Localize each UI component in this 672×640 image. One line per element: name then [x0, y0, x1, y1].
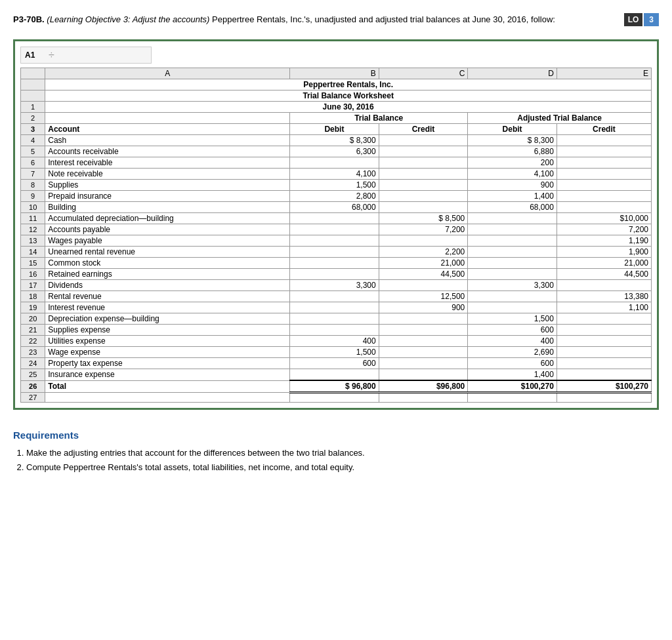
formula-divider: ÷	[49, 49, 54, 61]
value-cell-c: 900	[379, 302, 468, 313]
col-b-header: B	[290, 68, 379, 79]
account-cell: Accounts payable	[45, 224, 290, 235]
account-cell: Dividends	[45, 280, 290, 291]
value-cell-e	[556, 358, 651, 369]
problem-description: Peppertree Rentals, Inc.'s, unadjusted a…	[212, 14, 555, 24]
table-row: 24Property tax expense600600	[21, 358, 652, 369]
lo-number: 3	[644, 13, 659, 26]
table-row: 27	[21, 393, 652, 403]
value-cell-e: 1,900	[556, 247, 651, 258]
col-d-header: D	[468, 68, 557, 79]
title-row-2: Trial Balance Worksheet	[21, 90, 652, 102]
table-row: 17Dividends3,3003,300	[21, 280, 652, 291]
value-cell-e: 7,200	[556, 224, 651, 235]
value-cell-e	[556, 157, 651, 169]
account-cell: Rental revenue	[45, 291, 290, 302]
formula-bar: A1 ÷	[20, 47, 152, 64]
account-cell: Unearned rental revenue	[45, 247, 290, 258]
account-cell: Supplies expense	[45, 325, 290, 336]
table-row: 25Insurance expense1,400	[21, 369, 652, 381]
account-header: Account	[45, 124, 290, 135]
value-cell-b	[290, 157, 379, 169]
account-cell: Utilities expense	[45, 336, 290, 347]
value-cell-c: 21,000	[379, 258, 468, 269]
value-cell-d	[468, 269, 557, 280]
value-cell-b: 600	[290, 358, 379, 369]
value-cell-e	[556, 146, 651, 157]
value-cell-d: 4,100	[468, 169, 557, 180]
value-cell-d: 1,400	[468, 369, 557, 381]
corner-header	[21, 68, 45, 79]
value-cell-c: $ 8,500	[379, 213, 468, 224]
title-row-3: 1 June 30, 2016	[21, 102, 652, 113]
value-cell-d: 400	[468, 336, 557, 347]
table-row: 12Accounts payable7,2007,200	[21, 224, 652, 235]
table-row: 13Wages payable1,190	[21, 235, 652, 247]
value-cell-c: $96,800	[379, 380, 468, 393]
cell-reference[interactable]: A1	[25, 50, 45, 60]
requirements-section: Requirements Make the adjusting entries …	[13, 430, 659, 475]
value-cell-e	[556, 313, 651, 325]
title-line-2: Trial Balance Worksheet	[45, 90, 652, 102]
table-row: 5Accounts receivable6,3006,880	[21, 146, 652, 157]
value-cell-c	[379, 336, 468, 347]
table-row: 19Interest revenue9001,100	[21, 302, 652, 313]
value-cell-d: 3,300	[468, 280, 557, 291]
value-cell-c	[379, 202, 468, 213]
value-cell-e: 44,500	[556, 269, 651, 280]
value-cell-b: $ 96,800	[290, 380, 379, 393]
table-row: 15Common stock21,00021,000	[21, 258, 652, 269]
sub-header-row: 3 Account Debit Credit Debit Credit	[21, 124, 652, 135]
value-cell-b	[290, 247, 379, 258]
value-cell-d: 1,400	[468, 191, 557, 202]
value-cell-d: 68,000	[468, 202, 557, 213]
col-e-header: E	[556, 68, 651, 79]
account-cell: Interest revenue	[45, 302, 290, 313]
debit-header: Debit	[290, 124, 379, 135]
table-row: 21Supplies expense600	[21, 325, 652, 336]
value-cell-b	[290, 369, 379, 381]
value-cell-b: 68,000	[290, 202, 379, 213]
account-cell: Insurance expense	[45, 369, 290, 381]
value-cell-c: 12,500	[379, 291, 468, 302]
account-cell: Total	[45, 380, 290, 393]
value-cell-b: 400	[290, 336, 379, 347]
value-cell-c	[379, 157, 468, 169]
account-cell: Cash	[45, 135, 290, 146]
account-cell: Common stock	[45, 258, 290, 269]
table-row: 16Retained earnings44,50044,500	[21, 269, 652, 280]
value-cell-b	[290, 313, 379, 325]
adj-debit-header: Debit	[468, 124, 557, 135]
account-cell: Supplies	[45, 180, 290, 191]
account-cell: Wages payable	[45, 235, 290, 247]
value-cell-b: 1,500	[290, 347, 379, 358]
requirement-2: Compute Peppertree Rentals's total asset…	[26, 460, 659, 475]
account-cell: Depreciation expense—building	[45, 313, 290, 325]
value-cell-d: 600	[468, 358, 557, 369]
value-cell-c	[379, 135, 468, 146]
value-cell-e: $10,000	[556, 213, 651, 224]
table-row: 23Wage expense1,5002,690	[21, 347, 652, 358]
adj-credit-header: Credit	[556, 124, 651, 135]
value-cell-b: 4,100	[290, 169, 379, 180]
trial-balance-header: Trial Balance	[290, 113, 468, 124]
value-cell-e: 1,100	[556, 302, 651, 313]
table-row: 20Depreciation expense—building1,500	[21, 313, 652, 325]
value-cell-c: 2,200	[379, 247, 468, 258]
value-cell-d	[468, 224, 557, 235]
table-row: 6Interest receivable200	[21, 157, 652, 169]
value-cell-b	[290, 213, 379, 224]
table-row: 10Building68,00068,000	[21, 202, 652, 213]
value-cell-e	[556, 280, 651, 291]
table-row: 7Note receivable4,1004,100	[21, 169, 652, 180]
value-cell-c	[379, 146, 468, 157]
value-cell-e	[556, 325, 651, 336]
table-row: 14Unearned rental revenue2,2001,900	[21, 247, 652, 258]
value-cell-d: 2,690	[468, 347, 557, 358]
value-cell-d: 900	[468, 180, 557, 191]
value-cell-b: 1,500	[290, 180, 379, 191]
value-cell-e	[556, 336, 651, 347]
account-cell: Note receivable	[45, 169, 290, 180]
requirements-title: Requirements	[13, 430, 659, 441]
value-cell-c	[379, 358, 468, 369]
